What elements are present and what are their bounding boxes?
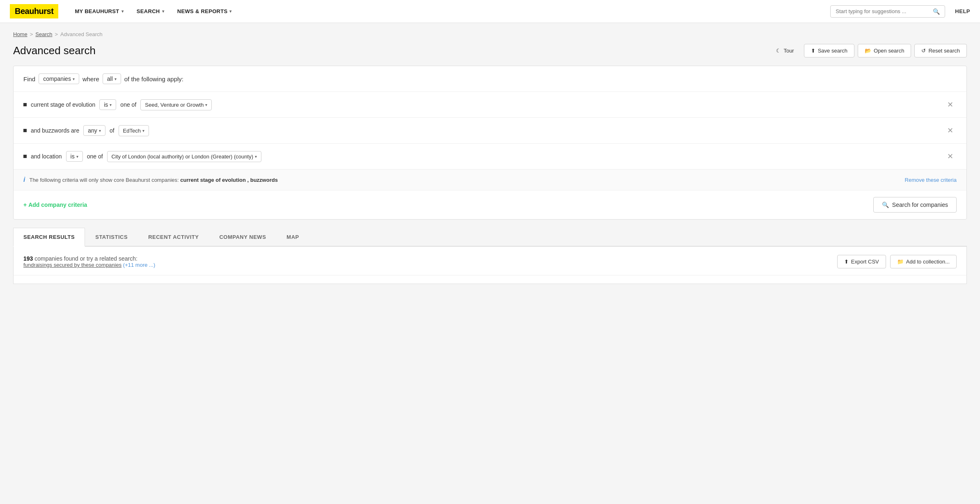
global-search-box[interactable]: 🔍 [830,5,945,18]
chevron-down-icon: ▾ [229,9,231,14]
chevron-down-icon: ▾ [110,103,112,107]
related-fundraisings-link[interactable]: fundraisings secured by these companies [23,262,121,268]
remove-criteria-1-button[interactable]: ✕ [944,99,957,111]
save-search-button[interactable]: ⬆ Save search [804,44,854,57]
open-search-button[interactable]: 📂 Open search [858,44,911,57]
info-icon: i [23,176,25,183]
criteria-operator-1[interactable]: is ▾ [99,99,116,110]
criteria-prefix-1: current stage of evolution [31,101,95,108]
results-count-line: 193 companies found or try a related sea… [23,255,155,262]
criteria-operator-3[interactable]: is ▾ [66,151,83,162]
add-to-collection-button[interactable]: 📁 Add to collection... [890,255,957,268]
find-label: Find [23,76,35,82]
collection-icon: 📁 [897,259,904,265]
search-icon: 🔍 [933,8,940,15]
chevron-down-icon: ▾ [142,128,144,133]
search-builder: Find companies ▾ where all ▾ of the foll… [13,66,967,220]
breadcrumb-sep2: > [55,31,58,37]
result-actions: ⬆ Export CSV 📁 Add to collection... [837,255,957,268]
criteria-connector-3: one of [87,153,103,160]
info-row: i The following criteria will only show … [14,170,966,190]
breadcrumb: Home > Search > Advanced Search [13,31,967,37]
global-search-input[interactable] [836,8,930,14]
results-header: 193 companies found or try a related sea… [14,255,966,275]
brand-logo[interactable]: Beauhurst [10,4,58,18]
export-csv-button[interactable]: ⬆ Export CSV [837,255,886,268]
chevron-down-icon: ▾ [73,77,75,81]
nav-search[interactable]: SEARCH ▾ [130,0,171,23]
chevron-down-icon: ▾ [76,154,78,159]
tour-button[interactable]: ☾ Tour [769,44,800,57]
tab-statistics[interactable]: STATISTICS [85,228,138,246]
qualifier-select[interactable]: all ▾ [103,73,121,84]
chevron-down-icon: ▾ [114,77,117,81]
apply-label: of the following apply: [124,76,183,82]
results-related-links: fundraisings secured by these companies … [23,262,155,268]
nav-my-beauhurst[interactable]: MY BEAUHURST ▾ [68,0,130,23]
chevron-down-icon: ▾ [162,9,164,14]
search-icon: 🔍 [882,202,889,208]
tab-company-news[interactable]: COMPANY NEWS [209,228,276,246]
criteria-connector-2: of [110,127,114,134]
more-results-link[interactable]: (+11 more ...) [123,262,155,268]
page-header: Advanced search ☾ Tour ⬆ Save search 📂 O… [13,44,967,57]
help-link[interactable]: HELP [955,8,970,14]
main-content: Home > Search > Advanced Search Advanced… [0,23,980,292]
criteria-row-location: and location is ▾ one of City of London … [14,144,966,170]
criteria-bullet [23,103,27,106]
nav-news-reports[interactable]: NEWS & REPORTS ▾ [171,0,238,23]
chevron-down-icon: ▾ [205,103,207,107]
tour-icon: ☾ [776,48,781,54]
reset-icon: ↺ [921,48,926,54]
results-tabs: SEARCH RESULTS STATISTICS RECENT ACTIVIT… [13,228,967,247]
find-row: Find companies ▾ where all ▾ of the foll… [14,66,966,92]
add-criteria-row: + Add company criteria 🔍 Search for comp… [14,190,966,219]
chevron-down-icon: ▾ [255,154,257,159]
remove-criteria-2-button[interactable]: ✕ [944,124,957,137]
criteria-value-2[interactable]: EdTech ▾ [119,125,149,136]
tab-map[interactable]: MAP [276,228,309,246]
tab-recent-activity[interactable]: RECENT ACTIVITY [138,228,209,246]
export-icon: ⬆ [844,259,849,265]
criteria-connector-1: one of [120,101,136,108]
remove-criteria-link[interactable]: Remove these criteria [905,177,957,183]
header-actions: ☾ Tour ⬆ Save search 📂 Open search ↺ Res… [769,44,967,57]
chevron-down-icon: ▾ [121,9,124,14]
breadcrumb-home[interactable]: Home [13,31,27,37]
info-text: The following criteria will only show co… [29,177,900,183]
chevron-down-icon: ▾ [99,128,101,133]
results-area: 193 companies found or try a related sea… [13,247,967,284]
navbar: Beauhurst MY BEAUHURST ▾ SEARCH ▾ NEWS &… [0,0,980,23]
criteria-operator-2[interactable]: any ▾ [83,125,105,136]
criteria-row-stage: current stage of evolution is ▾ one of S… [14,92,966,118]
search-companies-button[interactable]: 🔍 Search for companies [873,197,957,213]
criteria-bullet [23,155,27,158]
where-label: where [82,76,99,82]
results-summary: 193 companies found or try a related sea… [23,255,155,268]
breadcrumb-sep: > [30,31,33,37]
page-title: Advanced search [13,44,96,57]
tab-search-results[interactable]: SEARCH RESULTS [13,228,85,247]
plus-icon: + [23,202,27,208]
criteria-value-3[interactable]: City of London (local authority) or Lond… [107,151,261,162]
criteria-row-buzzwords: and buzzwords are any ▾ of EdTech ▾ ✕ [14,118,966,144]
remove-criteria-3-button[interactable]: ✕ [944,150,957,163]
add-company-criteria-link[interactable]: + Add company criteria [23,202,87,208]
reset-search-button[interactable]: ↺ Reset search [914,44,967,57]
entity-select[interactable]: companies ▾ [39,73,79,84]
criteria-value-1[interactable]: Seed, Venture or Growth ▾ [140,99,212,110]
save-icon: ⬆ [811,48,815,54]
criteria-prefix-3: and location [31,153,62,160]
open-icon: 📂 [865,48,871,54]
criteria-bullet [23,129,27,132]
breadcrumb-search[interactable]: Search [35,31,52,37]
breadcrumb-current: Advanced Search [60,31,103,37]
criteria-prefix-2: and buzzwords are [31,127,79,134]
